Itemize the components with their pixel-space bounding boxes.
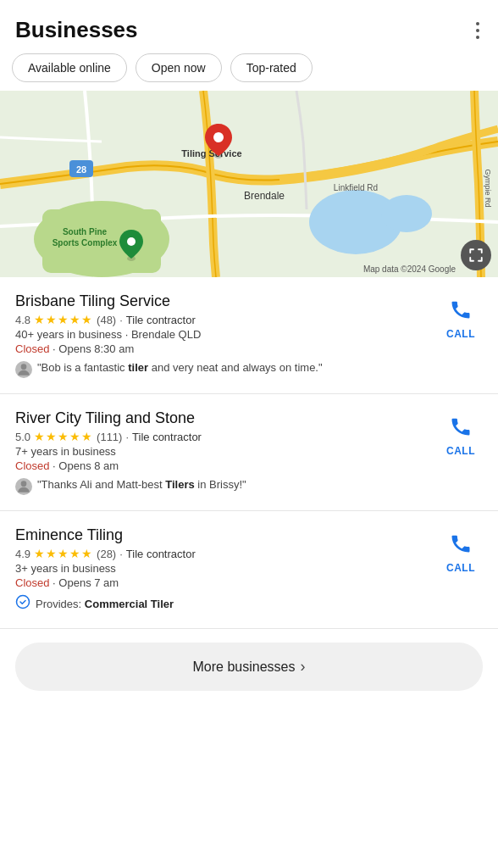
svg-point-16	[127, 237, 136, 246]
more-options-button[interactable]	[473, 19, 483, 42]
review-row: "Bob is a fantastic tiler and very neat …	[15, 360, 429, 378]
call-label: CALL	[446, 562, 475, 574]
business-item: Brisbane Tiling Service 4.8 ★★★★★ (48) ·…	[0, 277, 498, 394]
rating-value: 5.0	[15, 431, 30, 443]
business-name[interactable]: River City Tiling and Stone	[15, 409, 429, 427]
category-label: Tile contractor	[126, 314, 196, 326]
category-label: Tile contractor	[126, 548, 196, 560]
meta-info: 40+ years in business · Brendale QLD	[15, 328, 429, 341]
opens-time-value: Opens 8:30 am	[58, 342, 134, 355]
svg-point-14	[213, 132, 224, 142]
closed-status: Closed	[15, 459, 49, 472]
more-businesses-label: More businesses	[193, 659, 296, 675]
review-count: (111)	[97, 431, 122, 443]
business-name[interactable]: Eminence Tiling	[15, 526, 429, 544]
phone-icon	[449, 415, 473, 442]
category-label: Tile contractor	[132, 431, 202, 443]
business-info-eminence: Eminence Tiling 4.9 ★★★★★ (28) · Tile co…	[15, 526, 439, 613]
rating-row: 4.9 ★★★★★ (28) · Tile contractor	[15, 547, 429, 560]
map-svg: 28 Tiling Service Brendale Linkfield Rd …	[0, 91, 498, 277]
star-icons: ★★★★★	[34, 313, 93, 326]
business-item: Eminence Tiling 4.9 ★★★★★ (28) · Tile co…	[0, 511, 498, 629]
svg-point-18	[21, 481, 27, 487]
rating-row: 5.0 ★★★★★ (111) · Tile contractor	[15, 430, 429, 443]
check-icon	[15, 594, 30, 613]
svg-text:South Pine: South Pine	[63, 227, 108, 236]
status-row: Closed · Opens 8 am	[15, 459, 429, 472]
call-label: CALL	[446, 445, 475, 457]
status-row: Closed · Opens 8:30 am	[15, 342, 429, 355]
svg-point-17	[21, 364, 27, 370]
map-view[interactable]: 28 Tiling Service Brendale Linkfield Rd …	[0, 91, 498, 277]
filter-top-rated[interactable]: Top-rated	[230, 53, 313, 82]
phone-icon	[449, 531, 473, 559]
star-icons: ★★★★★	[34, 547, 93, 560]
dot2	[476, 29, 479, 32]
svg-text:28: 28	[76, 164, 86, 175]
opens-time-value: Opens 7 am	[58, 576, 119, 589]
svg-text:Gympie Rd: Gympie Rd	[484, 169, 492, 207]
status-row: Closed · Opens 7 am	[15, 576, 429, 589]
opens-time-value: Opens 8 am	[58, 459, 119, 472]
closed-status: Closed	[15, 576, 49, 589]
review-text: "Thanks Ali and Matt-best Tilers in Bris…	[37, 477, 246, 492]
meta-info: 7+ years in business	[15, 445, 429, 458]
more-arrow-icon: ›	[300, 658, 305, 676]
review-row: "Thanks Ali and Matt-best Tilers in Bris…	[15, 477, 429, 495]
page-header: Businesses	[0, 0, 498, 53]
map-expand-button[interactable]	[461, 240, 491, 270]
meta-info: 3+ years in business	[15, 562, 429, 575]
business-name[interactable]: Brisbane Tiling Service	[15, 292, 429, 310]
review-count: (28)	[97, 548, 116, 560]
business-item: River City Tiling and Stone 5.0 ★★★★★ (1…	[0, 394, 498, 511]
star-icons: ★★★★★	[34, 430, 93, 443]
svg-point-19	[17, 596, 30, 609]
provides-row: Provides: Commercial Tiler	[15, 594, 429, 613]
review-text: "Bob is a fantastic tiler and very neat …	[37, 360, 323, 376]
more-businesses-container: More businesses ›	[0, 629, 498, 711]
phone-icon	[449, 298, 473, 325]
rating-value: 4.8	[15, 314, 30, 326]
avatar	[15, 478, 32, 495]
business-info-brisbane-tiling: Brisbane Tiling Service 4.8 ★★★★★ (48) ·…	[15, 292, 439, 378]
avatar	[15, 361, 32, 378]
svg-text:Brendale: Brendale	[244, 190, 285, 202]
provides-text: Provides: Commercial Tiler	[36, 598, 174, 610]
call-button-brisbane[interactable]: CALL	[439, 292, 483, 340]
business-info-river-city: River City Tiling and Stone 5.0 ★★★★★ (1…	[15, 409, 439, 495]
filter-available-online[interactable]: Available online	[12, 53, 127, 82]
filter-open-now[interactable]: Open now	[136, 53, 222, 82]
call-button-eminence[interactable]: CALL	[439, 526, 483, 574]
svg-point-2	[381, 195, 432, 232]
svg-text:Sports Complex: Sports Complex	[53, 238, 118, 248]
closed-status: Closed	[15, 342, 49, 355]
filter-bar: Available online Open now Top-rated	[0, 53, 498, 91]
call-button-river-city[interactable]: CALL	[439, 409, 483, 457]
more-businesses-button[interactable]: More businesses ›	[15, 643, 483, 691]
business-list: Brisbane Tiling Service 4.8 ★★★★★ (48) ·…	[0, 277, 498, 629]
call-label: CALL	[446, 328, 475, 340]
map-credit: Map data ©2024 Google	[363, 264, 456, 274]
review-count: (48)	[97, 314, 116, 326]
dot3	[476, 36, 479, 39]
svg-text:Linkfield Rd: Linkfield Rd	[334, 183, 378, 192]
rating-row: 4.8 ★★★★★ (48) · Tile contractor	[15, 313, 429, 326]
rating-value: 4.9	[15, 548, 30, 560]
dot1	[476, 22, 479, 25]
page-title: Businesses	[15, 17, 138, 43]
